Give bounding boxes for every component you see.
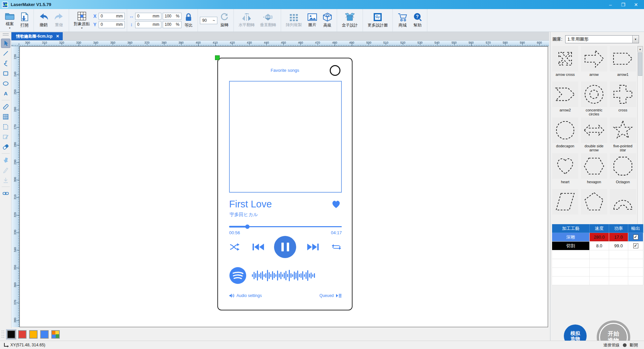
import-tool[interactable]	[1, 176, 10, 185]
folder-icon	[5, 12, 15, 20]
box-design-button[interactable]: 盒子設計	[339, 12, 361, 29]
weld-tool[interactable]	[1, 189, 10, 198]
shape-arch[interactable]	[610, 189, 636, 223]
fill-tool[interactable]	[1, 155, 10, 165]
swatch-black[interactable]	[7, 330, 15, 339]
help-button[interactable]: ? 幫助	[410, 12, 425, 29]
object-origin-button[interactable]: 對象原點 ▼	[71, 11, 93, 30]
heart-icon[interactable]	[331, 199, 341, 209]
shuffle-icon[interactable]	[229, 243, 239, 251]
shape-concentric-circles[interactable]: concentric circles	[581, 82, 607, 116]
array-copy-button[interactable]: 陣列複製	[283, 12, 305, 29]
swatch-orange[interactable]	[29, 330, 38, 339]
palette-grip[interactable]	[2, 331, 4, 339]
node-edit-tool[interactable]	[1, 132, 10, 142]
eraser-tool[interactable]	[1, 142, 10, 152]
measure-tool[interactable]	[1, 102, 10, 111]
shape-arrow2[interactable]: arrow2	[552, 82, 578, 116]
rotate-button[interactable]: 旋轉	[217, 12, 231, 29]
output-checkbox[interactable]: ✓	[633, 243, 638, 248]
store-button[interactable]: 商城	[395, 12, 410, 29]
shape-five-pointed-star[interactable]: five-pointed star	[610, 117, 636, 152]
shape-heart[interactable]: heart	[552, 153, 578, 188]
queued-link[interactable]: Queued	[319, 293, 342, 298]
connection-label[interactable]: 連接管線	[603, 342, 620, 348]
shape-pentagon[interactable]	[581, 189, 607, 223]
table-row-cut[interactable]: 切割 8.0 99.0 ✓	[552, 242, 643, 250]
next-icon[interactable]	[307, 243, 319, 251]
more-designs-button[interactable]: 更多設計圖	[365, 12, 390, 29]
file-button[interactable]: 檔案 ▼	[2, 11, 17, 30]
document-tab[interactable]: 情歌鑰匙圈-6cm.lcp ✕	[11, 32, 63, 40]
shape-hexagon[interactable]: hexagon	[581, 153, 607, 188]
height-pct-input[interactable]: 100%	[163, 21, 181, 28]
tab-close-icon[interactable]: ✕	[56, 34, 59, 39]
picture-button[interactable]: 圖片	[305, 12, 320, 29]
pause-button[interactable]	[274, 236, 296, 258]
flip-horizontal-button[interactable]: 水平翻轉	[236, 12, 257, 29]
redo-button[interactable]: 重做	[51, 12, 67, 29]
width-pct-input[interactable]: 100%	[163, 13, 181, 20]
shape-cross[interactable]: cross	[610, 82, 636, 116]
main-toolbar: 檔案 ▼ 打開 撤銷 重做 對象原點 ▼	[0, 9, 644, 32]
layer-tool[interactable]	[1, 165, 10, 175]
select-tool[interactable]	[1, 39, 10, 48]
shape-parallelogram[interactable]	[552, 189, 578, 223]
advanced-button[interactable]: 高級	[320, 12, 335, 29]
table-row-engrave[interactable]: 深雕 280.0 17.0 ✓	[552, 233, 643, 242]
shape-arrow1[interactable]: arrow1	[610, 46, 636, 80]
keyring-hole[interactable]	[330, 65, 340, 76]
array-grid-icon	[289, 13, 299, 21]
shape-dodecagon[interactable]: dodecagon	[552, 117, 578, 152]
y-input[interactable]: 0mm	[99, 21, 125, 28]
app-logo-icon: LM	[2, 2, 8, 8]
progress-bar[interactable]	[229, 224, 342, 229]
page-tool[interactable]	[1, 122, 10, 132]
x-input[interactable]: 0mm	[99, 13, 125, 20]
height-input[interactable]: 0mm	[135, 21, 161, 28]
audio-settings-link[interactable]: Audio settings	[229, 293, 262, 298]
shape-arrow[interactable]: arrow	[581, 46, 607, 80]
music-player-design[interactable]: Favorite songs First Love 宇多田ヒカル 00:56 0…	[217, 58, 353, 310]
angle-input[interactable]: 90~	[200, 17, 217, 24]
artist-name[interactable]: 宇多田ヒカル	[229, 212, 258, 218]
redo-icon	[54, 13, 64, 21]
selection-handle[interactable]	[215, 55, 220, 60]
spotify-icon[interactable]	[229, 267, 247, 284]
swatch-blue[interactable]	[40, 330, 49, 339]
scroll-thumb[interactable]	[638, 52, 642, 76]
shape-octagon[interactable]: Octagon	[610, 153, 636, 188]
gallery-scrollbar[interactable]: ▲ ▼	[637, 46, 643, 234]
spline-tool[interactable]	[1, 59, 10, 68]
width-input[interactable]: 0mm	[135, 13, 161, 20]
toolbar-grip[interactable]	[3, 33, 9, 36]
grid-tool[interactable]	[1, 112, 10, 121]
drawing-canvas[interactable]: Favorite songs First Love 宇多田ヒカル 00:56 0…	[19, 46, 548, 327]
close-button[interactable]: ✕	[633, 2, 639, 7]
swatch-multicolor[interactable]	[51, 330, 60, 339]
disconnect-label[interactable]: 斷開	[630, 342, 638, 348]
maximize-button[interactable]: ❐	[620, 2, 627, 7]
proportional-lock-button[interactable]: 等比	[181, 12, 196, 29]
song-title[interactable]: First Love	[229, 199, 272, 210]
minimize-button[interactable]: –	[607, 2, 614, 7]
repeat-icon[interactable]	[331, 243, 341, 251]
design-sheet-icon	[373, 12, 382, 22]
swatch-red[interactable]	[18, 330, 26, 339]
flip-vertical-button[interactable]: 垂直翻轉	[257, 12, 279, 29]
gallery-category-select[interactable]: 1.常用圖形 ▼	[565, 35, 639, 43]
undo-button[interactable]: 撤銷	[36, 12, 51, 29]
edit-icon	[2, 134, 9, 140]
previous-icon[interactable]	[252, 243, 264, 251]
shape-double-side-arrow[interactable]: double side arrow	[581, 117, 607, 152]
text-tool[interactable]: A	[1, 89, 10, 98]
open-button[interactable]: 打開	[17, 12, 32, 29]
spline-icon	[2, 60, 9, 67]
rectangle-tool[interactable]	[1, 69, 10, 78]
ellipse-tool[interactable]	[1, 79, 10, 88]
line-tool[interactable]	[1, 49, 10, 58]
scroll-up-icon[interactable]: ▲	[638, 46, 643, 52]
album-art-frame[interactable]	[229, 81, 342, 193]
shape-arrow-cross[interactable]: arrow cross	[552, 46, 578, 80]
output-checkbox[interactable]: ✓	[633, 235, 638, 240]
